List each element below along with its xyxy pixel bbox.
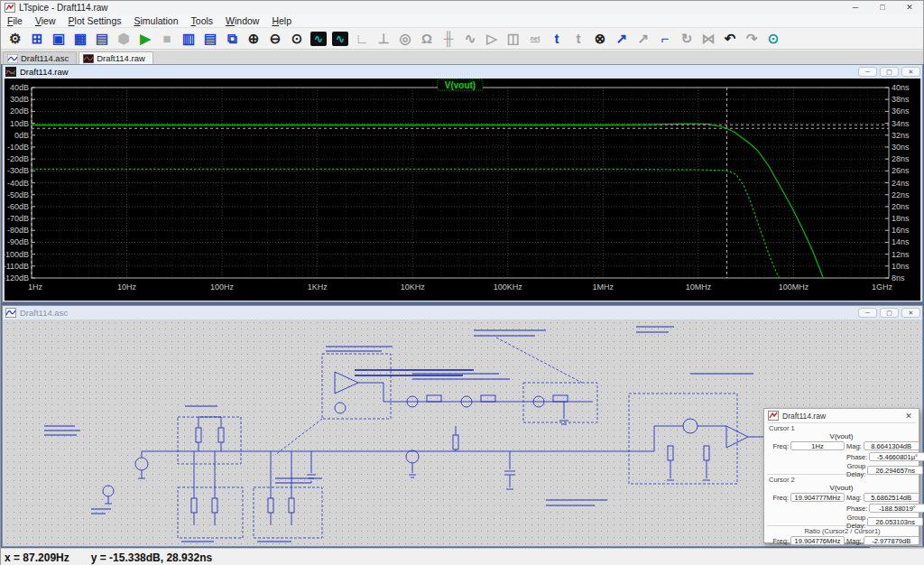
y-left-tick-label: 40dB [10, 83, 29, 92]
redo-icon-disabled[interactable]: ↷ [741, 29, 762, 48]
save-icon[interactable]: ▦ [69, 29, 91, 48]
tile-vertical-icon[interactable]: ▥ [178, 29, 199, 48]
text-tool-icon[interactable]: t [546, 29, 568, 48]
y-left-tick-label: -30dB [7, 166, 29, 175]
y-right-tick-label: 40ns [892, 83, 910, 92]
phase-value-field[interactable]: -5.4660801µ° [869, 452, 924, 461]
y-right-tick-label: 38ns [892, 95, 910, 104]
cursor-dialog-icon [768, 411, 779, 421]
y-right-tick-label: 12ns [892, 250, 910, 259]
groupdelay-value-field[interactable]: 26.053103ns [867, 517, 923, 526]
schematic-pane-title: Draft114.asc [20, 308, 68, 318]
ltspice-app-icon [5, 3, 15, 13]
groupdelay-value-field[interactable]: 26.294657ns [867, 466, 923, 475]
tab-label: Draft114.raw [97, 53, 145, 63]
resistor-tool-icon[interactable]: Ω [416, 29, 438, 48]
menu-item-simulation[interactable]: Simulation [128, 14, 185, 27]
freq-value-field[interactable]: 19.904776MHz [790, 536, 845, 545]
label-net-icon[interactable]: ◎ [394, 29, 416, 48]
ground-tool-icon[interactable]: ⊥ [373, 29, 394, 48]
pane-close-icon[interactable]: ✕ [901, 308, 920, 318]
zoom-full-extents-icon[interactable]: ⊙ [286, 29, 308, 48]
menu-item-view[interactable]: View [29, 14, 62, 27]
y-left-tick-label: -70dB [7, 214, 29, 223]
tile-horizontal-icon[interactable]: ▤ [199, 29, 221, 48]
cascade-windows-icon[interactable]: ⧉ [221, 29, 243, 48]
freq-value-field[interactable]: 1Hz [790, 441, 845, 450]
groupdelay-label: Group Delay: [846, 462, 865, 478]
spice-directive-icon-disabled[interactable]: t [568, 29, 589, 48]
mag-value-field[interactable]: 8.6641304dB [864, 441, 919, 450]
find-icon[interactable]: ⊙ [762, 29, 784, 48]
group-delay-trace [32, 169, 780, 278]
run-icon[interactable]: ▶ [134, 29, 156, 48]
minimize-window-icon[interactable]: ─ [842, 1, 869, 14]
pane-minimize-icon[interactable]: ─ [858, 308, 877, 318]
menu-item-window[interactable]: Window [219, 14, 265, 27]
component-tool-icon[interactable]: ◫ [503, 29, 524, 48]
pane-minimize-icon[interactable]: ─ [858, 67, 877, 77]
capacitor-tool-icon[interactable]: ╫ [438, 29, 459, 48]
halt-icon-disabled[interactable]: ■ [156, 29, 178, 48]
y-left-tick-label: -50dB [7, 190, 29, 199]
y-left-tick-label: -20dB [7, 154, 29, 163]
zoom-in-icon[interactable]: ⊕ [243, 29, 264, 48]
mag-value-field[interactable]: 5.6862514dB [864, 493, 919, 502]
y-right-tick-label: 26ns [892, 166, 910, 175]
close-icon[interactable]: ✕ [902, 412, 915, 421]
y-right-tick-label: 10ns [892, 262, 910, 271]
autorange-waveform-icon[interactable]: ∿ [308, 29, 329, 48]
new-schematic-icon[interactable]: ⊞ [26, 29, 48, 48]
schematic-pane-titlebar[interactable]: Draft114.asc ─ ▢ ✕ [3, 306, 922, 320]
phase-value-field[interactable]: -188.58019° [869, 504, 924, 513]
freq-value-field[interactable]: 19.904777MHz [790, 493, 845, 502]
close-window-icon[interactable]: ✕ [896, 1, 923, 14]
y-right-tick-label: 20ns [892, 202, 910, 211]
menu-item-help[interactable]: Help [265, 14, 298, 27]
menu-item-file[interactable]: File [1, 14, 29, 27]
inductor-tool-icon[interactable]: ∿ [459, 29, 481, 48]
plot-title[interactable]: V(vout) [445, 80, 476, 90]
x-tick-label: 10Hz [117, 282, 137, 292]
cursor-section-header: Cursor 1 [767, 424, 916, 432]
bode-plot[interactable]: 40dB40ns30dB38ns20dB36ns10dB34ns0dB32ns-… [5, 79, 920, 301]
waveform-pane-titlebar[interactable]: Draft114.raw ─ ▢ ✕ [3, 65, 922, 79]
cursor-y-readout: y = -15.338dB, 28.932ns [91, 551, 212, 564]
mag-value-field[interactable]: -2.977879dB [864, 536, 919, 545]
pane-close-icon[interactable]: ✕ [901, 67, 920, 77]
mirror-icon-disabled[interactable]: ⋈ [698, 29, 719, 48]
y-right-tick-label: 24ns [892, 179, 910, 188]
mag-label: Mag: [846, 494, 862, 502]
wire-tool-icon[interactable]: ∟ [351, 29, 373, 48]
status-bar: x = 87.209Hz y = -15.338dB, 28.932ns [1, 548, 924, 565]
diode-tool-icon[interactable]: ▷ [481, 29, 503, 48]
cursor-dialog-titlebar[interactable]: Draft114.raw ✕ [764, 409, 919, 422]
pause-icon-disabled[interactable]: ⬢ [113, 29, 134, 48]
tab-draft114.raw[interactable]: Draft114.raw [79, 51, 153, 64]
delete-tool-icon[interactable]: ⊗ [589, 29, 611, 48]
y-left-tick-label: 20dB [10, 107, 29, 116]
net-name-icon[interactable]: net [524, 29, 546, 48]
y-right-tick-label: 8ns [892, 273, 905, 282]
print-icon[interactable]: ▤ [91, 29, 113, 48]
zoom-out-icon[interactable]: ⊖ [264, 29, 286, 48]
drag-tool-icon[interactable]: ↗ [633, 29, 654, 48]
move-tool-icon[interactable]: ↗ [611, 29, 633, 48]
tab-draft114.asc[interactable]: Draft114.asc [3, 51, 77, 64]
stretch-wire-icon[interactable]: ⌐ [654, 29, 676, 48]
rotate-icon-disabled[interactable]: ↻ [676, 29, 698, 48]
plot-settings-icon[interactable]: ∿ [329, 29, 351, 48]
x-tick-label: 10KHz [401, 282, 426, 292]
pane-restore-icon[interactable]: ▢ [880, 67, 899, 77]
menu-item-plot-settings[interactable]: Plot Settings [62, 14, 128, 27]
open-file-icon[interactable]: ▣ [48, 29, 69, 48]
cursor-dialog-body: Cursor 1V(vout)Freq:1HzMag:8.6641304dBPh… [764, 422, 919, 565]
x-tick-label: 10MHz [686, 282, 712, 292]
pane-restore-icon[interactable]: ▢ [880, 308, 899, 318]
menu-item-tools[interactable]: Tools [185, 14, 220, 27]
maximize-window-icon[interactable]: □ [869, 1, 896, 14]
freq-label: Freq: [767, 494, 789, 502]
control-panel-icon[interactable]: ⚙ [5, 29, 26, 48]
undo-icon[interactable]: ↶ [719, 29, 741, 48]
waveform-pane: Draft114.raw ─ ▢ ✕ 40dB40ns30dB38ns20dB3… [2, 64, 923, 302]
